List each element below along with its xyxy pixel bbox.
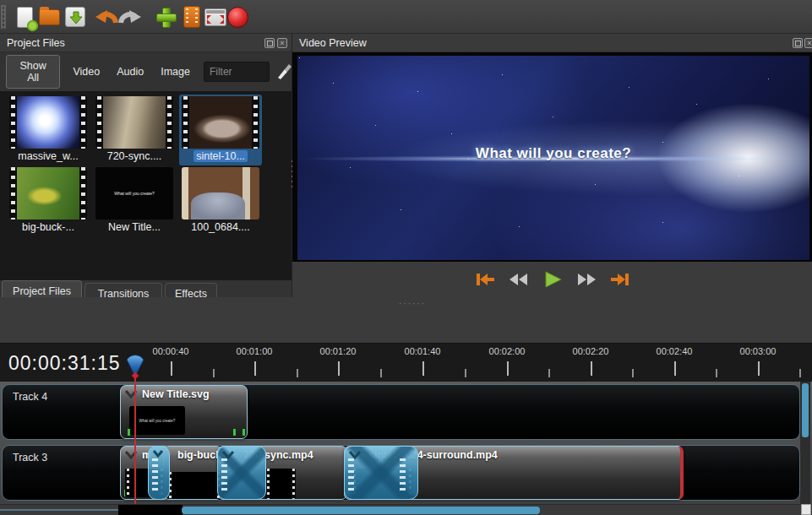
track-3[interactable]: Track 3 m big-buck- 720-sync.mp4 [2,445,800,501]
import-files-icon [155,7,176,27]
track-name: Track 4 [13,391,47,403]
stars-decoration [299,57,300,58]
rewind-icon [508,272,530,287]
float-panel-icon[interactable] [264,38,275,48]
ruler-major-tick [171,361,172,376]
video-preview-header: Video Preview × [292,34,812,52]
transition-chevron-icon[interactable] [152,450,164,458]
file-item-new-title[interactable]: What will you create? New Title... [93,165,176,236]
horizontal-scrollbar[interactable] [0,504,812,515]
ruler-major-tick [507,361,509,376]
file-label: massive_w... [7,150,90,162]
file-item-720-sync[interactable]: 720-sync.... [93,95,176,165]
fast-forward-icon [575,272,597,287]
playback-controls [292,262,812,297]
video-frame: What will you create? [297,56,809,260]
transition-strip-decoration [348,458,354,494]
playhead-line [134,375,136,504]
timeline-splitter[interactable]: ······ [0,297,812,311]
file-item-sintel[interactable]: sintel-10... [179,95,262,165]
video-thumbnail [95,96,173,149]
project-files-title: Project Files [7,37,65,49]
horizontal-scrollbar-thumb[interactable] [182,507,540,514]
file-item-big-buck[interactable]: big-buck-... [7,165,90,236]
video-thumbnail [9,167,87,220]
image-filter-button[interactable]: Image [152,61,199,83]
ruler-minor-tick [465,369,466,377]
vertical-scrollbar-thumb[interactable] [802,383,809,437]
ruler-label: 00:00:40 [141,346,200,356]
clip-new-title[interactable]: New Title.svg What will you create? [120,385,248,439]
openshot-window: Project Files × Video Preview × Show All… [0,0,812,515]
import-files-button[interactable] [153,4,178,30]
ruler-minor-tick [297,369,298,377]
timeline-toolbar: + − 20 seconds [0,311,812,343]
open-project-icon [39,9,60,25]
close-panel-icon[interactable]: × [277,38,287,48]
scrollbar-gap [118,505,183,515]
transition-1[interactable] [148,446,170,500]
save-project-button[interactable] [63,4,88,30]
transition-strip-decoration [152,458,158,494]
clear-filter-icon[interactable] [275,62,292,81]
ruler-label: 00:02:20 [561,346,620,356]
new-project-button[interactable] [12,4,37,30]
fast-forward-button[interactable] [575,271,597,288]
redo-button[interactable] [117,4,143,30]
close-preview-icon[interactable]: × [804,38,812,48]
ruler-label: 00:02:40 [645,346,704,356]
transition-2[interactable] [217,446,266,500]
video-filter-button[interactable]: Video [64,61,108,83]
video-thumbnail [182,96,259,149]
undo-icon [95,7,118,27]
export-video-button[interactable] [225,4,250,30]
ruler-minor-tick [799,369,801,377]
ruler-major-tick [674,361,676,376]
undo-button[interactable] [94,4,119,30]
file-label: 720-sync.... [93,150,176,162]
show-all-button[interactable]: Show All [6,55,60,89]
export-video-icon [227,7,248,28]
file-item-massive[interactable]: massive_w... [7,95,90,165]
scrollbar-lead-line [0,509,118,511]
project-files-header: Project Files × [0,34,292,52]
file-item-100-0684[interactable]: 100_0684.... [179,165,262,236]
jump-to-end-button[interactable] [609,271,631,288]
ruler-label: 00:01:20 [308,346,368,356]
track-4[interactable]: Track 4 New Title.svg What will you crea… [2,384,800,440]
rewind-button[interactable] [508,271,530,288]
audio-filter-button[interactable]: Audio [108,61,152,83]
open-project-button[interactable] [36,4,62,30]
ruler-minor-tick [716,369,717,377]
video-preview-panel: What will you create? [292,52,812,262]
ruler-minor-tick [632,369,634,377]
jump-to-start-button[interactable] [474,271,496,288]
clip-handle-mark [243,429,245,436]
transition-3[interactable] [344,446,418,500]
clip-handle-mark [128,429,130,436]
save-project-icon [65,7,85,27]
video-preview-title: Video Preview [299,37,367,49]
redo-icon [118,7,142,27]
ruler-major-tick [254,361,256,376]
choose-profile-button[interactable] [179,4,204,30]
vertical-scrollbar[interactable] [800,382,810,504]
clip-thumbnail [167,472,221,499]
float-preview-icon[interactable] [793,38,803,48]
jump-to-end-icon [609,272,631,287]
clip-big-buck[interactable]: big-buck- [163,446,222,500]
playhead-timecode: 00:00:31:15 [8,352,121,375]
transition-strip-decoration [221,458,227,494]
fullscreen-icon [204,8,226,26]
image-thumbnail [182,167,259,220]
file-grid: massive_w... 720-sync.... sintel-10... b… [0,91,292,280]
project-files-panel: Show All Video Audio Image massive_w... … [0,52,292,280]
playhead-marker[interactable] [124,350,146,380]
file-label: big-buck-... [7,221,90,233]
toolbar-grip[interactable] [1,5,6,29]
filter-input[interactable] [204,62,270,82]
play-icon [542,271,563,288]
timeline-ruler[interactable]: 00:00:31:15 00:00:40 00:01:00 00:01:20 0… [0,343,812,382]
play-button[interactable] [542,271,564,288]
splitter-handle-dots: ······ [399,302,426,306]
